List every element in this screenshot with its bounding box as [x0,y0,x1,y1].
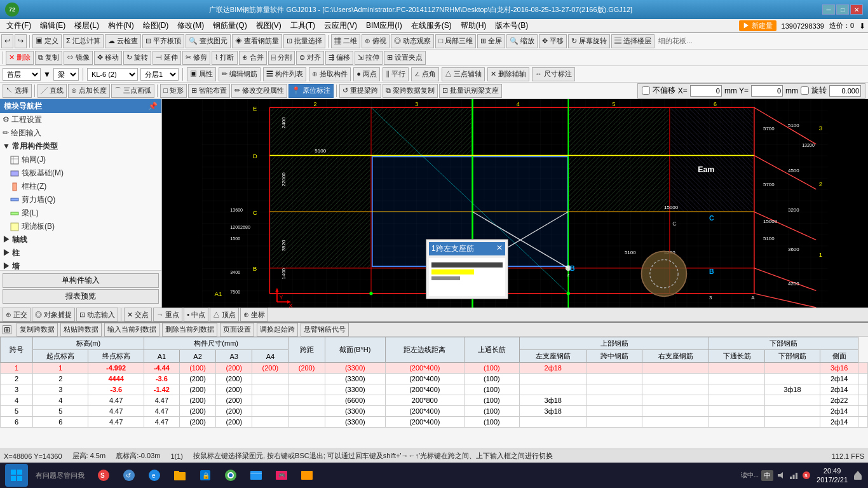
tb-rotate[interactable]: ↻ 旋转 [123,51,151,65]
tb-line[interactable]: ╱ 直线 [37,84,67,98]
tb-input-col[interactable]: 输入当前列数据 [104,323,159,337]
nav-axis[interactable]: 轴网(J) [0,153,161,166]
td-left-sup[interactable] [587,417,642,428]
tb-cantilever-code[interactable]: 悬臂钢筋代号 [301,323,349,337]
tb-copy-span[interactable]: 复制跨数据 [17,323,58,337]
td-span-no[interactable]: 2 [33,374,88,384]
td-through[interactable] [520,374,587,384]
tb-two-point[interactable]: ● 两点 [353,67,380,81]
td-mid[interactable] [642,417,709,428]
td-span-no[interactable]: 1 [33,363,88,374]
td-left-sup[interactable] [587,363,642,374]
td-mid[interactable] [642,384,709,395]
rotate-input[interactable] [829,85,861,97]
x-input[interactable] [690,85,722,97]
tb-view-rebar[interactable]: ◈ 查看钢筋量 [232,34,282,48]
tb-calc[interactable]: Σ 汇总计算 [63,34,104,48]
nav-cat-axis[interactable]: ▶ 轴线 [0,233,161,247]
tb-zoom[interactable]: 🔍 缩放 [506,34,538,48]
td-through[interactable]: 2ф18 [520,363,587,374]
tb-local-3d[interactable]: □ 局部三维 [435,34,476,48]
menu-help[interactable]: 帮助(H) [457,19,491,32]
td-side[interactable] [858,406,868,417]
table-container[interactable]: 跨号 标高(m) 构件尺寸(mm) 跨距 截面(B*H) 距左边线距离 上通长筋… [0,337,868,449]
td-a2[interactable]: (200) [216,384,252,395]
tb-3point-axis[interactable]: △ 三点辅轴 [442,67,485,81]
nav-slab[interactable]: 现浇板(B) [0,220,161,233]
tb-align[interactable]: ⊜ 对齐 [296,51,324,65]
tb-dim[interactable]: ↔ 尺寸标注 [532,67,575,81]
td-side[interactable] [858,395,868,406]
td-through-bot[interactable] [764,406,820,417]
table-row[interactable]: 2 2 4444 -3.6 (200) (200) (3300) (200*40… [1,374,868,384]
tb-cloud-check[interactable]: ☁ 云检查 [105,34,141,48]
tb-ortho[interactable]: ⊕ 正交 [3,308,31,322]
td-left-sup[interactable] [587,374,642,384]
new-build-btn[interactable]: ▶ 新建量 [739,20,776,31]
td-a2[interactable]: (200) [216,406,252,417]
td-start-elev[interactable]: 4444 [88,374,144,384]
canvas-area[interactable]: E D C B A1 2 3 4 5 6 3 2 1 2400 22000 39… [162,99,868,308]
td-right-sup[interactable] [709,406,764,417]
td-end-elev[interactable]: 4.47 [144,417,179,428]
td-bot-rebar[interactable]: 2ф22 [820,395,858,406]
nav-project-settings[interactable]: ⚙ 工程设置 [0,113,161,126]
tb-del-col[interactable]: 删除当前列数据 [162,323,217,337]
tb-merge[interactable]: ⊕ 合并 [239,51,267,65]
td-bot-rebar[interactable]: 2ф14 [820,417,858,428]
tb-property[interactable]: ▣ 属性 [187,67,216,81]
menu-edit[interactable]: 编辑(E) [36,19,69,32]
nav-cat-wall[interactable]: ▶ 墙 [0,260,161,270]
table-row[interactable]: 4 4 4.47 4.47 (200) (200) (6600) 200*800… [1,395,868,406]
tb-midpoint[interactable]: • 中点 [184,308,208,322]
td-a3[interactable] [252,417,288,428]
tb-set-grip[interactable]: ⊞ 设置夹点 [384,51,426,65]
tb-3arc[interactable]: ⌒ 三点画弧 [111,84,154,98]
td-side[interactable] [858,363,868,374]
tb-break[interactable]: ⌇ 打断 [212,51,237,65]
tb-smart-layout[interactable]: ⊞ 智能布置 [188,84,230,98]
nav-cat-column[interactable]: ▶ 柱 [0,247,161,260]
nav-beam[interactable]: 梁(L) [0,207,161,220]
tb-vertex[interactable]: △ 顶点 [210,308,239,322]
tb-pan[interactable]: ✥ 平移 [539,34,567,48]
tb-flat-top[interactable]: ⊟ 平齐板顶 [142,34,184,48]
tb-copy[interactable]: ⧉ 复制 [35,51,62,65]
taskbar-app-7[interactable] [245,464,268,487]
td-a1[interactable]: (200) [179,406,215,417]
td-right-sup[interactable] [709,363,764,374]
tb-span-copy[interactable]: ⧉ 梁跨数据复制 [383,84,438,98]
notification-icon[interactable] [853,470,863,480]
clock-display[interactable]: 20:49 2017/2/21 [817,466,848,485]
tb-mirror[interactable]: ⇔ 镜像 [64,51,93,65]
no-offset-check[interactable] [642,86,650,95]
td-side[interactable] [858,384,868,395]
single-elem-input-btn[interactable]: 单构件输入 [3,273,159,288]
tb-point-angle[interactable]: ∠ 点角 [411,67,439,81]
tb-define[interactable]: ▣ 定义 [32,34,62,48]
td-mid[interactable] [642,374,709,384]
td-mid[interactable] [642,406,709,417]
td-start-elev[interactable]: 4.47 [88,406,144,417]
tb-origin-mark[interactable]: 📍 原位标注 [288,84,334,98]
td-bot-rebar[interactable]: 3ф16 [820,363,858,374]
tb-batch-select[interactable]: ⊡ 批量选择 [283,34,325,48]
taskbar-app-3[interactable]: e [143,464,166,487]
tb-rect[interactable]: □ 矩形 [160,84,187,98]
taskbar-app-8[interactable]: 🎮 [270,464,293,487]
td-a4[interactable]: (200) [288,363,325,374]
lang-indicator[interactable]: 中 [761,470,773,481]
td-bot-rebar[interactable]: 2ф14 [820,384,858,395]
menu-version[interactable]: 版本号(B) [491,19,532,32]
td-span-no[interactable]: 6 [33,417,88,428]
td-through-bot[interactable] [764,395,820,406]
tb-del-axis[interactable]: ✕ 删除辅轴 [487,67,529,81]
td-a3[interactable] [252,384,288,395]
tb-edit-rebar[interactable]: ✏ 编辑钢筋 [219,67,261,81]
tb-point-len[interactable]: ⊙ 点加长度 [68,84,110,98]
floor-select[interactable]: 首层 [3,68,41,81]
td-a2[interactable]: (200) [216,363,252,374]
tb-move[interactable]: ✥ 移动 [94,51,122,65]
tb-paste-span[interactable]: 粘贴跨数据 [60,323,102,337]
tb-extend[interactable]: ⊣ 延伸 [153,51,181,65]
